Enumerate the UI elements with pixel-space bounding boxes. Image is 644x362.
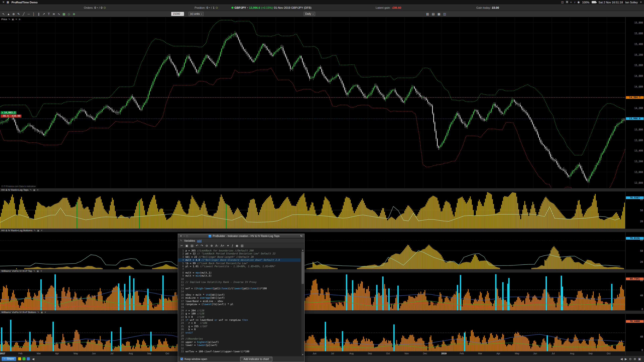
text-tool-icon[interactable]: T — [46, 12, 51, 15]
redo-icon[interactable]: ↷ — [200, 244, 203, 247]
panel-close-icon[interactable]: ✕ — [37, 189, 39, 191]
code-line[interactable]: 17lowerBand = midLine - sDev — [178, 300, 300, 303]
zoom-tool-icon[interactable]: ⊕ — [12, 12, 16, 15]
paste-icon[interactable]: ▤ — [190, 244, 193, 247]
instrument-name[interactable]: GBPJPY — [234, 6, 246, 9]
panel-window-icon[interactable]: ▣ — [37, 229, 39, 232]
code-line[interactable]: 4mult = 4.0 //"Bollinger Band Standard d… — [178, 258, 300, 262]
hv-bottoms-plot[interactable] — [0, 232, 625, 269]
code-line[interactable]: 3bbl = 22 //"Bollinger Band Length" //De… — [178, 255, 300, 259]
probuilder-titlebar[interactable]: ✕ − □ ProBuilder - Indicator creation - … — [178, 234, 304, 239]
code-line[interactable]: 18rangeLow = (lowest[lb](wvf)) * pl — [178, 303, 300, 306]
scroll-thumb[interactable] — [302, 252, 304, 284]
code-line[interactable]: 16midLine = average[bbl](wvf) — [178, 296, 300, 300]
code-line[interactable]: 10 — [178, 277, 300, 281]
code-line[interactable]: 26 b = 0 — [178, 328, 300, 331]
layout-icon[interactable] — [23, 357, 26, 360]
scroll-right-icon[interactable]: ▶ — [625, 357, 627, 361]
chevron-down-icon[interactable]: ▾ — [312, 13, 314, 15]
panel-add-icon[interactable]: ⊕ — [18, 18, 21, 21]
tab-variables[interactable]: Variables — [184, 239, 195, 242]
wifi-icon[interactable]: ◉ — [578, 1, 580, 4]
hv-tops-plot[interactable] — [0, 192, 625, 229]
compare-icon[interactable]: ▤ — [431, 12, 435, 15]
print-icon[interactable]: ▥ — [241, 244, 244, 247]
panel-window-icon[interactable]: ▣ — [12, 18, 14, 21]
quantity-select[interactable]: 15000 ▾ — [171, 12, 184, 16]
panel-close-icon[interactable]: ✕ — [15, 18, 17, 21]
code-editor[interactable]: 1p = 365 //LookBack for boundaries //Def… — [178, 248, 304, 356]
menu-list-icon[interactable]: ≡ — [640, 1, 642, 4]
chevron-down-icon[interactable]: ▾ — [97, 6, 98, 9]
code-line[interactable]: 12 — [178, 284, 300, 287]
code-line[interactable]: 32 — [178, 347, 300, 350]
alerts-icon[interactable] — [27, 357, 30, 360]
zoom-out-icon[interactable]: ⊖ — [629, 357, 632, 361]
zoom-in-icon[interactable]: ⊕ — [210, 244, 213, 247]
horizontal-line-tool-icon[interactable]: ─ — [26, 12, 31, 15]
add-variable-link[interactable]: add — [197, 239, 202, 242]
panel-close-icon[interactable]: ✕ — [41, 229, 43, 232]
code-line[interactable]: 5lb = 99 //"Look Back Period Percentile … — [178, 262, 300, 265]
panel-settings-icon[interactable]: ✎ — [30, 189, 32, 191]
code-line[interactable]: 33wvflev = 100-((wvf-lower)/(upper-lower… — [178, 350, 300, 353]
code-line[interactable]: 14 — [178, 290, 300, 293]
wave-tool-icon[interactable]: ∿ — [57, 12, 61, 15]
grid-icon[interactable]: ▦ — [437, 12, 441, 15]
orders-summary[interactable]: Orders: 0 ▾ / 0 ⊙ — [84, 4, 106, 11]
segment-tool-icon[interactable]: ╱ — [22, 12, 26, 15]
vixfix-bottom-axis[interactable]: 8040076.4498 — [625, 314, 644, 351]
code-line[interactable]: 19 — [178, 306, 300, 309]
display-brightness-icon[interactable]: ◐ — [570, 1, 572, 4]
shape-tool-icon[interactable]: ◇ — [67, 12, 71, 15]
fibonacci-tool-icon[interactable]: ≋ — [52, 12, 56, 15]
panel-window-icon[interactable]: ▣ — [41, 311, 43, 314]
scroll-down-icon[interactable]: ▼ — [302, 353, 303, 356]
price-axis[interactable]: 15,80015,60015,40015,20015,00014,80014,6… — [625, 17, 644, 188]
screen-mirroring-icon[interactable]: ◫ — [561, 1, 564, 4]
code-line[interactable]: 25 g = 255 //167 — [178, 325, 300, 328]
code-line[interactable]: 2pd = 22 // "LookBack Period Standard De… — [178, 252, 300, 255]
code-line[interactable]: 23if wvf <= lowerBand or wvf <= rangeLow… — [178, 319, 300, 322]
share-button[interactable]: ↑ Share — [2, 357, 16, 361]
pen-tool-icon[interactable]: ✎ — [16, 12, 21, 15]
minimize-icon[interactable]: − — [183, 235, 185, 238]
code-line[interactable]: 15sDev = mult * std[bbl](wvf) — [178, 293, 300, 296]
erase-tool-icon[interactable]: ⊗ — [72, 12, 76, 15]
code-line[interactable]: 31lower = lowest[p](wvf) — [178, 344, 300, 347]
maximize-icon[interactable]: □ — [186, 235, 188, 238]
hv-bottoms-axis[interactable]: 80502079.0136 — [625, 232, 644, 269]
code-line[interactable]: 28 — [178, 334, 300, 337]
function-icon[interactable]: ƒ — [232, 244, 233, 247]
chevron-down-icon[interactable]: ▾ — [201, 13, 202, 15]
chart-type-icon[interactable]: ▥ — [425, 12, 430, 15]
panel-settings-icon[interactable]: ✎ — [33, 270, 36, 272]
scroll-left-icon[interactable]: ◀ — [32, 357, 34, 361]
code-line[interactable]: 21g = 180 //128 — [178, 312, 300, 315]
code-line[interactable]: 22b = 0 //128 — [178, 315, 300, 319]
channel-tool-icon[interactable]: ∥ — [36, 12, 41, 15]
vixfix-top-axis[interactable]: 8040080.7341 — [625, 273, 644, 310]
pointer-tool-icon[interactable]: ▲ — [6, 12, 11, 15]
cut-icon[interactable]: ✂ — [180, 244, 183, 247]
undo-icon[interactable]: ↶ — [196, 244, 198, 247]
code-line[interactable]: 27endif — [178, 331, 300, 334]
code-line[interactable]: 11// Implied Low Volatility Rank - Inver… — [178, 281, 300, 284]
code-line[interactable]: 9mult = min(mult,5) — [178, 274, 300, 278]
vixfix-bottom-plot[interactable] — [0, 314, 625, 351]
pattern-tool-icon[interactable]: ▦ — [62, 12, 66, 15]
hint-icon[interactable]: ✦ — [227, 244, 229, 247]
panel-close-icon[interactable]: ✕ — [44, 311, 46, 314]
close-icon[interactable]: ✕ — [180, 235, 182, 238]
panel-window-icon[interactable]: ▣ — [33, 189, 36, 191]
code-line[interactable]: 29//Boundaries — [178, 337, 300, 341]
zoom-out-icon[interactable]: ⊖ — [206, 244, 208, 247]
code-line[interactable]: 24 r = 0 //186 — [178, 322, 300, 325]
code-line[interactable]: 13wvf = ((high-lowest[pd](close))/(lowes… — [178, 287, 300, 290]
units-select[interactable]: (x) units ▾ — [188, 12, 204, 16]
code-line[interactable]: 8mult = max(mult,1) — [178, 271, 300, 274]
keep-window-open-checkbox[interactable]: ✓ Keep window open — [180, 358, 207, 361]
font-decrease-icon[interactable]: A- — [215, 244, 218, 247]
add-indicator-button[interactable]: Add indicator to chart — [240, 357, 272, 361]
code-line[interactable]: 20r = 204 //128 — [178, 309, 300, 312]
